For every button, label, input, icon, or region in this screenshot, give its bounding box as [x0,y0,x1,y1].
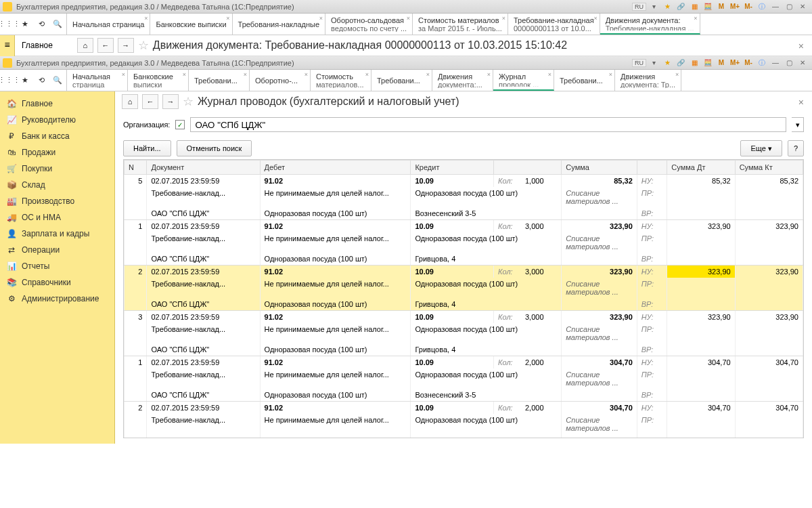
table-row[interactable]: 502.07.2015 23:59:5991.02 10.09Кол: 1,00… [125,175,803,188]
sidebar-item[interactable]: 📊Отчеты [0,258,114,274]
back-button[interactable]: ← [142,94,158,109]
tab[interactable]: ×Требования-накладные [233,14,326,35]
table-row[interactable]: 302.07.2015 23:59:5991.02 10.09Кол: 3,00… [125,311,803,324]
apps-icon[interactable]: ⋮⋮⋮ [4,76,14,85]
maximize-icon[interactable]: ▢ [782,2,796,12]
tab-close-icon[interactable]: × [365,71,369,78]
table-row[interactable]: Требование-наклад...Не принимаемые для ц… [125,187,803,207]
minimize-icon[interactable]: — [769,58,782,68]
table-row[interactable]: Требование-наклад...Не принимаемые для ц… [125,323,803,343]
info-icon[interactable]: ⓘ [755,58,769,68]
tab-close-icon[interactable]: × [144,15,148,22]
calc-icon[interactable]: 🧮 [701,2,715,12]
forward-button[interactable]: → [118,38,134,53]
col-credit-qty[interactable] [494,161,562,175]
grid-icon[interactable]: ▦ [687,58,701,68]
table-row[interactable]: ОАО "СПб ЦДЖ"Одноразовая посуда (100 шт)… [125,298,803,311]
sidebar-item[interactable]: ₽Банк и касса [0,128,114,144]
back-button[interactable]: ← [97,38,114,53]
table-row[interactable]: ОАО "СПб ЦДЖ"Одноразовая посуда (100 шт)… [125,253,803,266]
tab[interactable]: ×Требовани... [554,70,615,91]
col-sum-tag[interactable] [637,161,667,175]
favorite-star-icon[interactable]: ☆ [138,38,149,53]
star-icon[interactable]: ★ [20,20,30,29]
tab[interactable]: ×Требовани... [189,70,250,91]
sidebar-item[interactable]: 📚Справочники [0,274,114,291]
col-n[interactable]: N [125,161,147,175]
fav-icon[interactable]: ★ [660,58,674,68]
tab-close-icon[interactable]: × [183,71,186,78]
tab-close-icon[interactable]: × [226,15,229,22]
col-doc[interactable]: Документ [147,161,260,175]
col-sum[interactable]: Сумма [562,161,637,175]
tab[interactable]: ×Журналпроводок ... [493,70,554,91]
tab[interactable]: ×Движениядокумента:... [432,70,493,91]
tab[interactable]: ×Оборотно-... [250,70,311,91]
table-row[interactable]: Требование-наклад...Не принимаемые для ц… [125,278,803,298]
table-row[interactable]: 202.07.2015 23:59:5991.02 10.09Кол: 3,00… [125,266,803,278]
organization-input[interactable] [190,117,786,132]
col-credit[interactable]: Кредит [411,161,494,175]
table-row[interactable]: 102.07.2015 23:59:5991.02 10.09Кол: 3,00… [125,220,803,233]
tab[interactable]: ×Движениядокумента: Тр... [615,70,681,91]
sidebar-item[interactable]: 🚚ОС и НМА [0,209,114,226]
table-row[interactable]: 102.07.2015 23:59:5991.02 10.09Кол: 2,00… [125,356,803,369]
favorite-star-icon[interactable]: ☆ [183,94,194,109]
toolbar-icon[interactable]: ▾ [647,58,660,68]
tab-close-icon[interactable]: × [609,71,612,78]
tab[interactable]: ×Банковские выписки [150,14,232,35]
maximize-icon[interactable]: ▢ [782,58,796,68]
history-icon[interactable]: ⟲ [37,76,46,85]
m-minus-btn[interactable]: M- [742,58,755,68]
tab-close-icon[interactable]: × [694,15,697,22]
sidebar-item[interactable]: 📈Руководителю [0,112,114,128]
home-button[interactable]: ⌂ [77,38,93,53]
col-debit[interactable]: Дебет [260,161,411,175]
table-row[interactable]: 202.07.2015 23:59:5991.02 10.09Кол: 2,00… [125,402,803,415]
close-page-icon[interactable]: × [798,97,804,108]
apps-icon[interactable]: ⋮⋮⋮ [4,20,14,29]
link-icon[interactable]: 🔗 [674,2,687,12]
tab[interactable]: ×Требование-накладная00000000113 от 10.0… [508,14,600,35]
tab[interactable]: ×Начальнаястраница [67,70,128,91]
close-icon[interactable]: ✕ [796,2,809,12]
cancel-find-button[interactable]: Отменить поиск [177,140,252,156]
m-minus-btn[interactable]: M- [742,2,755,12]
tab[interactable]: ×Требовани... [371,70,432,91]
col-sumkt[interactable]: Сумма Кт [735,161,803,175]
sidebar-item[interactable]: ⇄Операции [0,242,114,258]
history-icon[interactable]: ⟲ [37,20,46,29]
tab[interactable]: ×Стоимость материаловза Март 2015 г. - И… [413,14,508,35]
search-icon[interactable]: 🔍 [53,20,62,29]
table-row[interactable]: Требование-наклад...Не принимаемые для ц… [125,414,803,434]
table-row[interactable]: ОАО "СПб ЦДЖ"Одноразовая посуда (100 шт)… [125,207,803,220]
tab-close-icon[interactable]: × [675,71,679,78]
sidebar-item[interactable]: 🛒Покупки [0,161,114,177]
find-button[interactable]: Найти... [123,140,171,156]
table-row[interactable]: ОАО "СПб ЦДЖ"Одноразовая посуда (100 шт)… [125,343,803,356]
tab-close-icon[interactable]: × [593,15,597,22]
menu-icon[interactable]: ≡ [4,39,9,50]
table-row[interactable]: Требование-наклад...Не принимаемые для ц… [125,232,803,253]
help-button[interactable]: ? [788,140,804,156]
close-icon[interactable]: ✕ [796,58,809,68]
table-row[interactable]: ОАО "СПб ЦДЖ"Одноразовая посуда (100 шт)… [125,389,803,402]
lang-indicator[interactable]: RU [632,3,646,11]
sidebar-item[interactable]: 👤Зарплата и кадры [0,226,114,242]
col-sumdt[interactable]: Сумма Дт [667,161,735,175]
tab-close-icon[interactable]: × [304,71,308,78]
minimize-icon[interactable]: — [769,2,782,12]
tab-close-icon[interactable]: × [244,71,247,78]
tab-close-icon[interactable]: × [502,15,505,22]
m-btn[interactable]: M [715,2,728,12]
link-icon[interactable]: 🔗 [674,58,687,68]
tab[interactable]: ×Банковскиевыписки [128,70,189,91]
forward-button[interactable]: → [162,94,179,109]
tab-close-icon[interactable]: × [122,71,125,78]
tab[interactable]: ×Оборотно-сальдоваяведомость по счету ..… [325,14,413,35]
sidebar-item[interactable]: 🏭Производство [0,193,114,209]
close-page-icon[interactable]: × [798,41,804,51]
tab-close-icon[interactable]: × [407,15,410,22]
lang-indicator[interactable]: RU [632,59,646,67]
m-plus-btn[interactable]: M+ [728,58,742,68]
